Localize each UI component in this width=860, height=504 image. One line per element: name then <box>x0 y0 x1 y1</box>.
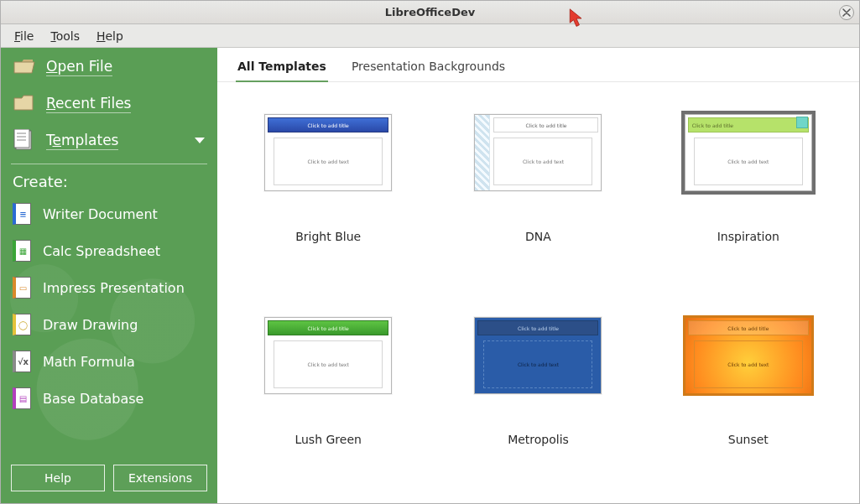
help-button[interactable]: Help <box>11 465 105 491</box>
writer-icon: ≡ <box>13 203 31 225</box>
svg-rect-1 <box>14 129 29 148</box>
sidebar: Open File Recent Files Templates Create: <box>1 48 217 503</box>
template-lush-green[interactable]: Click to add title Click to add text Lus… <box>253 317 404 495</box>
template-thumb: Click to add title Click to add text <box>474 317 602 394</box>
template-caption: Lush Green <box>294 433 361 446</box>
titlebar: LibreOfficeDev <box>1 1 859 24</box>
create-draw-button[interactable]: ◯ Draw Drawing <box>1 306 217 343</box>
create-heading: Create: <box>1 166 217 195</box>
recent-files-button[interactable]: Recent Files <box>1 85 217 122</box>
template-metropolis[interactable]: Click to add title Click to add text Met… <box>462 317 613 495</box>
template-caption: Metropolis <box>508 433 569 446</box>
template-thumb: Click to add title Click to add text <box>264 317 392 394</box>
template-tabs: All Templates Presentation Backgrounds <box>217 48 859 82</box>
menu-tools[interactable]: Tools <box>42 26 88 46</box>
start-center-window: LibreOfficeDev File Tools Help Open File <box>0 0 860 504</box>
create-impress-button[interactable]: ▭ Impress Presentation <box>1 269 217 306</box>
template-caption: Bright Blue <box>295 230 361 243</box>
template-grid: Click to add title Click to add text Bri… <box>217 82 859 503</box>
draw-icon: ◯ <box>13 314 31 335</box>
folder-icon <box>13 93 36 113</box>
template-bright-blue[interactable]: Click to add title Click to add text Bri… <box>253 114 404 292</box>
template-thumb: Click to add title Click to add text <box>685 317 812 394</box>
create-calc-button[interactable]: ▦ Calc Spreadsheet <box>1 232 217 269</box>
chevron-down-icon <box>194 132 206 148</box>
open-file-button[interactable]: Open File <box>1 48 217 85</box>
template-caption: Inspiration <box>717 230 779 243</box>
template-thumb: Click to add title Click to add text <box>685 114 812 191</box>
create-base-button[interactable]: ▤ Base Database <box>1 380 217 417</box>
template-inspiration[interactable]: Click to add title Click to add text Ins… <box>673 114 824 292</box>
template-dna[interactable]: Click to add title Click to add text DNA <box>462 114 613 292</box>
main-panel: All Templates Presentation Backgrounds C… <box>217 48 859 503</box>
extensions-button[interactable]: Extensions <box>113 465 207 491</box>
templates-button[interactable]: Templates <box>1 122 217 158</box>
tab-all-templates[interactable]: All Templates <box>236 56 328 81</box>
base-icon: ▤ <box>13 387 31 409</box>
menubar: File Tools Help <box>1 24 859 48</box>
template-thumb: Click to add title Click to add text <box>264 114 392 191</box>
templates-icon <box>13 130 36 150</box>
create-math-button[interactable]: √x Math Formula <box>1 343 217 380</box>
impress-icon: ▭ <box>13 277 31 299</box>
create-writer-button[interactable]: ≡ Writer Document <box>1 195 217 232</box>
menu-help[interactable]: Help <box>88 26 132 46</box>
math-icon: √x <box>13 351 31 372</box>
template-thumb: Click to add title Click to add text <box>474 114 602 191</box>
template-caption: Sunset <box>728 433 769 446</box>
window-close-button[interactable] <box>839 5 854 20</box>
separator <box>11 164 207 164</box>
window-title: LibreOfficeDev <box>1 6 859 18</box>
tab-presentation-backgrounds[interactable]: Presentation Backgrounds <box>350 56 507 81</box>
template-caption: DNA <box>525 230 551 243</box>
folder-open-icon <box>13 56 36 76</box>
calc-icon: ▦ <box>13 240 31 262</box>
menu-file[interactable]: File <box>6 26 42 46</box>
template-sunset[interactable]: Click to add title Click to add text Sun… <box>673 317 824 495</box>
